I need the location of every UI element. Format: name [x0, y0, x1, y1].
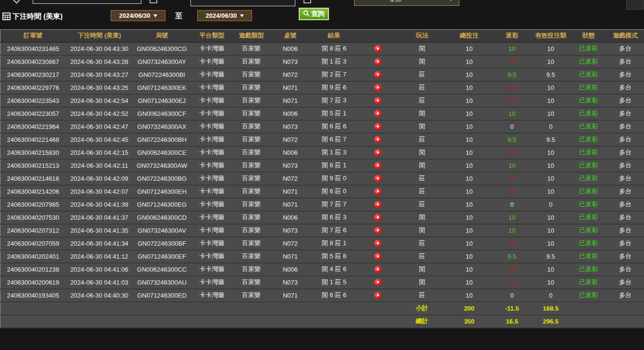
column-header-bet-time: 下注時間 (美東): [66, 30, 133, 42]
cell-bet-time: 2024-06-30 04:41:37: [66, 211, 133, 224]
play-icon[interactable]: [374, 279, 381, 286]
cell-valid-bet: 10: [531, 185, 570, 198]
play-icon[interactable]: [374, 110, 381, 117]
cell-platform: 卡卡灣廳: [191, 107, 233, 120]
cell-bet-time: 2024-06-30 04:41:34: [66, 237, 133, 250]
cell-payout: 9.5: [493, 68, 531, 81]
column-header-payout: 派彩: [493, 30, 531, 42]
play-icon[interactable]: [374, 175, 381, 182]
cell-round-id: GN073246300AV: [133, 224, 191, 237]
cell-valid-bet: 9.5: [531, 133, 570, 146]
cell-total-bet: 10: [446, 159, 493, 172]
date-from-select[interactable]: 2024/06/30: [111, 10, 165, 21]
calendar-icon: [303, 0, 311, 5]
table-row: 240630040229776 2024-06-30 04:43:25 GN07…: [0, 81, 644, 94]
cell-round-id: GN072246300BG: [133, 172, 191, 185]
cell-payout: -10: [493, 172, 531, 185]
play-icon[interactable]: [374, 71, 381, 78]
cell-table-no: N071: [270, 250, 311, 263]
table-row: 240630040202401 2024-06-30 04:41:12 GN07…: [0, 250, 644, 263]
cell-game-type: 百家樂: [233, 276, 270, 289]
play-icon[interactable]: [374, 58, 381, 65]
play-icon[interactable]: [374, 266, 381, 273]
cell-game-type: 百家樂: [233, 55, 270, 68]
cell-play: 閒: [399, 120, 446, 133]
cell-result: 閒 6 莊 6: [311, 289, 357, 302]
cell-order-id: 240630040214206: [0, 185, 66, 198]
cell-play: 莊: [399, 289, 446, 302]
table-row: 240630040200619 2024-06-30 04:41:03 GN07…: [0, 276, 644, 289]
cell-game-mode: 多台: [607, 159, 644, 172]
cell-bet-time: 2024-06-30 04:43:30: [66, 42, 133, 55]
cell-payout: 10: [493, 224, 531, 237]
filter-select[interactable]: 全部: [354, 0, 459, 6]
cell-result: 閒 6 莊 3: [311, 211, 357, 224]
play-icon[interactable]: [374, 188, 381, 195]
cell-game-type: 百家樂: [233, 185, 270, 198]
cell-replay: [357, 146, 399, 159]
total-spacer: [0, 315, 399, 328]
cell-payout: -10: [493, 146, 531, 159]
cell-payout: 9.5: [493, 133, 531, 146]
cell-result: 閒 2 莊 7: [311, 68, 357, 81]
cell-status: 已派彩: [570, 94, 607, 107]
play-icon[interactable]: [374, 97, 381, 104]
cell-replay: [357, 42, 399, 55]
cell-table-no: N071: [270, 198, 311, 211]
cell-table-no: N006: [270, 107, 311, 120]
cell-status: 已派彩: [570, 55, 607, 68]
cell-game-mode: 多台: [607, 172, 644, 185]
play-icon[interactable]: [374, 201, 381, 208]
column-header-status: 狀態: [570, 30, 607, 42]
column-header-platform: 平台類型: [191, 30, 233, 42]
search-button[interactable]: 查詢: [299, 8, 329, 20]
cell-bet-time: 2024-06-30 04:41:03: [66, 276, 133, 289]
cell-status: 已派彩: [570, 185, 607, 198]
table-footer: 小計 200 -11.5 168.5 總計 350 16.5 296.5: [0, 302, 644, 328]
cell-total-bet: 10: [446, 276, 493, 289]
cell-game-type: 百家樂: [233, 250, 270, 263]
cell-payout: 9.5: [493, 250, 531, 263]
cell-payout: 10: [493, 211, 531, 224]
play-icon[interactable]: [374, 214, 381, 221]
table-row: 240630040223543 2024-06-30 04:42:54 GN07…: [0, 94, 644, 107]
play-icon[interactable]: [374, 149, 381, 156]
cell-order-id: 240630040231465: [0, 42, 66, 55]
cell-table-no: N071: [270, 94, 311, 107]
play-icon[interactable]: [374, 84, 381, 91]
cell-bet-time: 2024-06-30 04:42:47: [66, 120, 133, 133]
play-icon[interactable]: [374, 123, 381, 130]
cell-order-id: 240630040214616: [0, 172, 66, 185]
play-icon[interactable]: [374, 253, 381, 260]
filter-input-2[interactable]: [190, 0, 295, 6]
cell-play: 閒: [399, 276, 446, 289]
date-to-select[interactable]: 2024/06/30: [197, 10, 252, 21]
cell-status: 已派彩: [570, 237, 607, 250]
cell-play: 莊: [399, 198, 446, 211]
cell-game-type: 百家樂: [233, 107, 270, 120]
cell-order-id: 240630040207985: [0, 198, 66, 211]
cell-game-type: 百家樂: [233, 211, 270, 224]
cell-valid-bet: 0: [531, 120, 570, 133]
play-icon[interactable]: [374, 45, 381, 52]
cell-replay: [357, 289, 399, 302]
cell-round-id: GN073246300AX: [133, 120, 191, 133]
play-icon[interactable]: [374, 292, 381, 299]
cell-platform: 卡卡灣廳: [191, 68, 233, 81]
play-icon[interactable]: [374, 227, 381, 234]
cell-result: 閒 6 莊 6: [311, 120, 357, 133]
cell-status: 已派彩: [570, 81, 607, 94]
cell-round-id: GN073246300AW: [133, 159, 191, 172]
cell-valid-bet: 9.5: [531, 68, 570, 81]
play-icon[interactable]: [374, 162, 381, 169]
play-icon[interactable]: [374, 240, 381, 247]
cell-order-id: 240630040230867: [0, 55, 66, 68]
cell-result: 閒 4 莊 6: [311, 263, 357, 276]
cell-payout: -10: [493, 94, 531, 107]
filter-input-1[interactable]: [33, 0, 141, 4]
cell-replay: [357, 276, 399, 289]
cell-bet-time: 2024-06-30 04:41:39: [66, 198, 133, 211]
play-icon[interactable]: [374, 136, 381, 143]
cell-status: 已派彩: [570, 107, 607, 120]
cell-replay: [357, 224, 399, 237]
